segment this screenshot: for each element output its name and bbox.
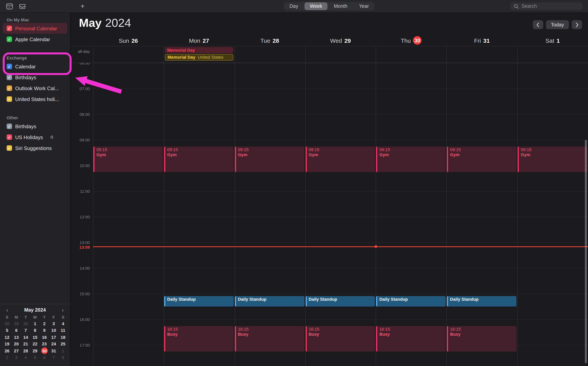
event-gym[interactable]: 09:15Gym xyxy=(306,146,375,172)
minical-day[interactable]: 11 xyxy=(58,327,68,334)
event-gym[interactable]: 09:15Gym xyxy=(376,146,446,172)
minical-day[interactable]: 9 xyxy=(40,327,49,334)
day-column[interactable]: 09:15GymDaily Standup16:15Busy xyxy=(234,63,305,366)
minical-day[interactable]: 16 xyxy=(40,334,49,341)
sidebar-item-outlook-work-cal[interactable]: ✓Outlook Work Cal... xyxy=(3,83,67,94)
sidebar-item-apple-calendar[interactable]: ✓Apple Calendar xyxy=(3,34,67,45)
event-daily-standup[interactable]: Daily Standup xyxy=(164,296,234,306)
day-column[interactable]: 09:15GymDaily Standup16:15Busy xyxy=(447,63,517,366)
calendars-panel-icon[interactable] xyxy=(6,3,13,9)
calendar-checkbox[interactable]: ✓ xyxy=(7,75,12,80)
event-gym[interactable]: 09:15Gym xyxy=(447,146,517,172)
minical-day[interactable]: 29 xyxy=(30,347,40,354)
calendar-checkbox[interactable]: ✓ xyxy=(7,145,12,151)
all-day-cell[interactable] xyxy=(376,46,447,62)
minical-day[interactable]: 6 xyxy=(12,327,21,334)
minical-day[interactable]: 28 xyxy=(2,320,12,327)
view-tab-day[interactable]: Day xyxy=(284,2,304,10)
minical-day[interactable]: 14 xyxy=(21,334,30,341)
minical-day[interactable]: 5 xyxy=(2,327,12,334)
sidebar-item-personal-calendar[interactable]: ✓Personal Calendar xyxy=(3,23,67,34)
inbox-icon[interactable] xyxy=(19,3,26,9)
minical-day[interactable]: 10 xyxy=(49,327,58,334)
minical-day[interactable]: 3 xyxy=(12,354,21,361)
calendar-checkbox[interactable]: ✓ xyxy=(7,134,12,140)
event-gym[interactable]: 09:15Gym xyxy=(517,146,587,172)
minical-day[interactable]: 6 xyxy=(40,354,49,361)
minical-day[interactable]: 7 xyxy=(49,354,58,361)
event-gym[interactable]: 09:15Gym xyxy=(93,146,163,172)
day-column[interactable]: 09:15GymDaily Standup16:15Busy xyxy=(305,63,376,366)
minical-day[interactable]: 15 xyxy=(30,334,40,341)
minical-day[interactable]: 29 xyxy=(12,320,21,327)
event-daily-standup[interactable]: Daily Standup xyxy=(376,296,446,306)
event-daily-standup[interactable]: Daily Standup xyxy=(306,296,375,306)
all-day-cell[interactable] xyxy=(305,46,376,62)
minical-day[interactable]: 20 xyxy=(12,341,21,347)
scrollbar[interactable] xyxy=(585,140,587,363)
minical-day[interactable]: 24 xyxy=(49,341,58,347)
calendar-checkbox[interactable]: ✓ xyxy=(7,85,12,91)
sidebar-item-us-holidays[interactable]: ✓US Holidays xyxy=(3,132,67,143)
day-column[interactable]: 09:15Gym xyxy=(517,63,588,366)
all-day-event-memorial-day[interactable]: Memorial Day xyxy=(165,47,233,53)
minical-day[interactable]: 25 xyxy=(58,341,68,347)
event-gym[interactable]: 09:15Gym xyxy=(164,146,234,172)
event-busy[interactable]: 16:15Busy xyxy=(376,326,446,351)
minical-next-button[interactable]: › xyxy=(60,307,65,313)
minical-day[interactable]: 7 xyxy=(21,327,30,334)
all-day-cell[interactable] xyxy=(447,46,517,62)
minical-day[interactable]: 22 xyxy=(30,341,40,347)
event-busy[interactable]: 16:15Busy xyxy=(447,326,517,351)
minical-day[interactable]: 12 xyxy=(2,334,12,341)
search-field[interactable]: Search xyxy=(510,2,583,10)
prev-week-button[interactable] xyxy=(533,20,543,29)
view-tab-week[interactable]: Week xyxy=(304,2,328,10)
all-day-cell[interactable] xyxy=(93,46,164,62)
sidebar-item-united-states-holi[interactable]: ✓United States holi... xyxy=(3,94,67,105)
calendar-checkbox[interactable]: ✓ xyxy=(7,26,12,31)
minical-day[interactable]: 17 xyxy=(49,334,58,341)
minical-day[interactable]: 31 xyxy=(49,347,58,354)
event-daily-standup[interactable]: Daily Standup xyxy=(235,296,304,306)
day-column[interactable]: 09:15GymDaily Standup16:15Busy xyxy=(376,63,447,366)
minical-day[interactable]: 30 xyxy=(40,347,49,354)
minical-day[interactable]: 8 xyxy=(30,327,40,334)
minical-day[interactable]: 23 xyxy=(40,341,49,347)
add-event-button[interactable]: + xyxy=(80,2,85,10)
minical-day[interactable]: 30 xyxy=(21,320,30,327)
minical-day[interactable]: 4 xyxy=(21,354,30,361)
minical-day[interactable]: 1 xyxy=(58,347,68,354)
minical-day[interactable]: 3 xyxy=(49,320,58,327)
minical-day[interactable]: 2 xyxy=(2,354,12,361)
minical-day[interactable]: 13 xyxy=(12,334,21,341)
minical-day[interactable]: 28 xyxy=(21,347,30,354)
event-busy[interactable]: 16:15Busy xyxy=(164,326,234,351)
minical-day[interactable]: 1 xyxy=(30,320,40,327)
all-day-cell[interactable] xyxy=(234,46,305,62)
sidebar-item-siri-suggestions[interactable]: ✓Siri Suggestions xyxy=(3,143,67,153)
today-button[interactable]: Today xyxy=(546,20,569,29)
event-busy[interactable]: 16:15Busy xyxy=(306,326,375,351)
event-gym[interactable]: 09:15Gym xyxy=(235,146,304,172)
minical-day[interactable]: 26 xyxy=(2,347,12,354)
day-column[interactable]: 09:15Gym xyxy=(93,63,164,366)
minical-day[interactable]: 4 xyxy=(58,320,68,327)
all-day-cell[interactable] xyxy=(517,46,588,62)
calendar-checkbox[interactable]: ✓ xyxy=(7,123,12,129)
minical-prev-button[interactable]: ‹ xyxy=(5,307,10,313)
minical-day[interactable]: 19 xyxy=(2,341,12,347)
minical-day[interactable]: 2 xyxy=(40,320,49,327)
view-tab-month[interactable]: Month xyxy=(329,2,353,10)
event-daily-standup[interactable]: Daily Standup xyxy=(447,296,517,306)
view-tab-year[interactable]: Year xyxy=(353,2,374,10)
event-busy[interactable]: 16:15Busy xyxy=(235,326,304,351)
calendar-checkbox[interactable]: ✓ xyxy=(7,96,12,102)
all-day-event-memorial-day[interactable]: Memorial DayUnited States xyxy=(165,54,233,61)
next-week-button[interactable] xyxy=(572,20,582,29)
minical-day[interactable]: 5 xyxy=(30,354,40,361)
all-day-cell[interactable]: Memorial DayMemorial DayUnited States xyxy=(164,46,235,62)
calendar-checkbox[interactable]: ✓ xyxy=(7,37,12,42)
sidebar-item-birthdays[interactable]: ✓Birthdays xyxy=(3,121,67,132)
minical-day[interactable]: 27 xyxy=(12,347,21,354)
